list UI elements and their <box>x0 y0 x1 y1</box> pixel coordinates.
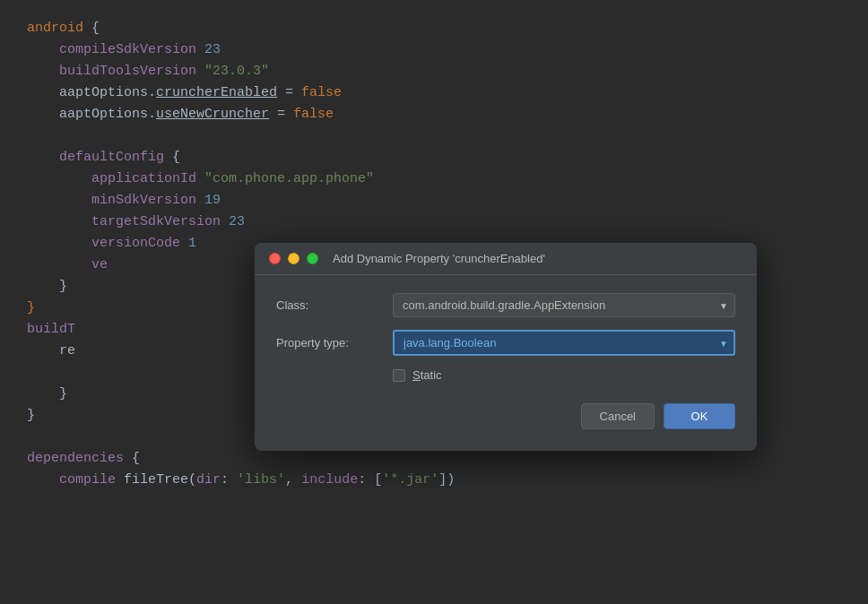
dialog-title: Add Dynamic Property 'cruncherEnabled' <box>333 252 545 265</box>
cancel-button[interactable]: Cancel <box>581 403 655 429</box>
static-label: Static <box>412 368 442 382</box>
dialog-body: Class: com.android.build.gradle.AppExten… <box>255 275 757 451</box>
property-type-label: Property type: <box>276 336 393 349</box>
maximize-button[interactable] <box>307 253 318 264</box>
dialog-buttons: Cancel OK <box>276 400 735 429</box>
property-type-row: Property type: java.lang.Boolean ▼ <box>276 330 735 356</box>
class-label: Class: <box>276 298 393 312</box>
close-button[interactable] <box>269 253 281 264</box>
ok-button[interactable]: OK <box>664 403 735 429</box>
dialog-titlebar: Add Dynamic Property 'cruncherEnabled' <box>255 243 757 275</box>
minimize-button[interactable] <box>288 253 299 264</box>
static-row: Static <box>393 368 735 382</box>
dialog: Add Dynamic Property 'cruncherEnabled' C… <box>255 243 757 451</box>
class-select[interactable]: com.android.build.gradle.AppExtension <box>393 293 735 317</box>
property-type-select-wrap: java.lang.Boolean ▼ <box>393 330 735 356</box>
class-row: Class: com.android.build.gradle.AppExten… <box>276 293 735 317</box>
class-select-wrap: com.android.build.gradle.AppExtension ▼ <box>393 293 735 317</box>
static-checkbox[interactable] <box>393 369 405 382</box>
property-type-select[interactable]: java.lang.Boolean <box>393 330 735 356</box>
